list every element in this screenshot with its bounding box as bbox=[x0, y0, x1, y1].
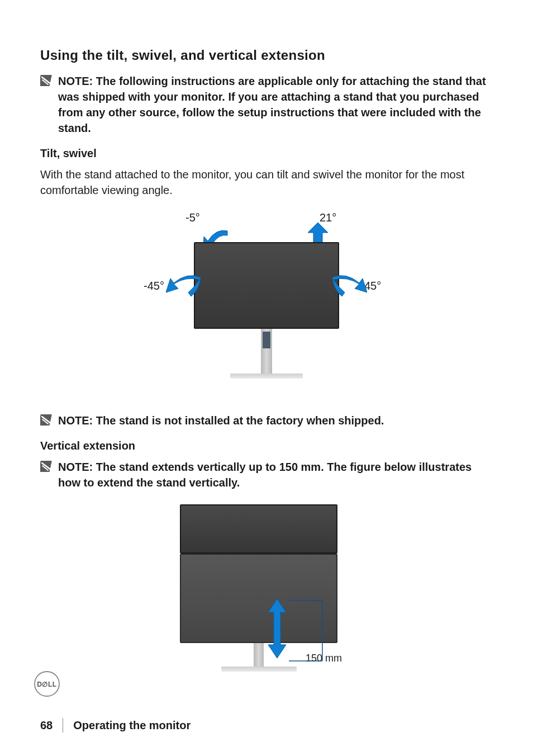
svg-text:D∅LL: D∅LL bbox=[37, 681, 56, 688]
monitor-stand-base bbox=[230, 374, 303, 379]
note-block-3: NOTE: The stand extends vertically up to… bbox=[40, 459, 493, 490]
figure-tilt-swivel: -5° 21° -45° 45° bbox=[40, 211, 493, 396]
label-tilt-neg5: -5° bbox=[185, 211, 200, 224]
vertical-extension-heading: Vertical extension bbox=[40, 440, 493, 452]
page-footer: 68 Operating the monitor bbox=[40, 718, 493, 733]
note-text-3: NOTE: The stand extends vertically up to… bbox=[58, 459, 493, 490]
monitor-raised bbox=[180, 504, 337, 554]
main-heading: Using the tilt, swivel, and vertical ext… bbox=[40, 48, 493, 63]
note-text-1: NOTE: The following instructions are app… bbox=[58, 73, 493, 136]
label-swivel-neg45: -45° bbox=[144, 280, 164, 292]
footer-section-title: Operating the monitor bbox=[73, 719, 191, 732]
note-icon bbox=[40, 460, 53, 472]
note-text-2: NOTE: The stand is not installed at the … bbox=[58, 413, 384, 428]
monitor-stand-base-vert bbox=[221, 667, 297, 672]
tilt-swivel-description: With the stand attached to the monitor, … bbox=[40, 167, 493, 198]
note-block-2: NOTE: The stand is not installed at the … bbox=[40, 413, 493, 428]
dimension-line bbox=[289, 599, 328, 672]
figure-vertical-extension: 150 mm bbox=[40, 502, 493, 681]
note-icon bbox=[40, 74, 53, 87]
monitor-stand-neck-vert bbox=[254, 643, 264, 667]
note-block-1: NOTE: The following instructions are app… bbox=[40, 73, 493, 136]
note-icon bbox=[40, 414, 53, 426]
monitor-screen bbox=[194, 242, 339, 329]
arrow-swivel-left bbox=[166, 273, 202, 304]
tilt-swivel-heading: Tilt, swivel bbox=[40, 147, 493, 160]
arrow-swivel-right bbox=[331, 273, 367, 304]
monitor-neck-accent bbox=[263, 332, 270, 348]
footer-separator bbox=[63, 718, 63, 733]
page-number: 68 bbox=[40, 719, 53, 732]
arrow-vertical-extend bbox=[267, 598, 287, 659]
dell-logo: D∅LL bbox=[34, 670, 60, 697]
